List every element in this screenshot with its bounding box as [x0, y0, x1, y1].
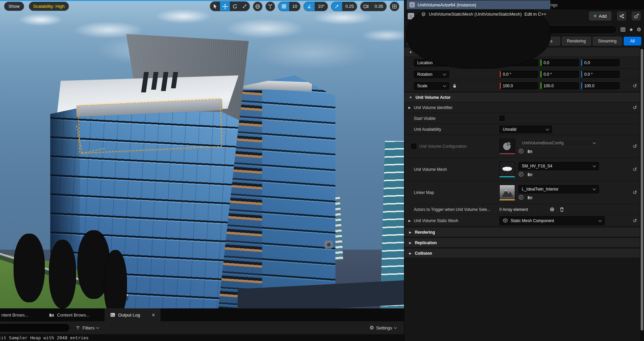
scrollbar-thumb[interactable] — [641, 49, 643, 330]
move-icon — [222, 4, 228, 9]
viewport-layout-button[interactable] — [390, 2, 399, 11]
add-array-element-button[interactable]: ⊕ — [550, 206, 554, 213]
browse-to-asset-icon[interactable] — [527, 172, 533, 177]
surface-snapping-button[interactable] — [265, 2, 275, 11]
filters-button[interactable]: Filters — [75, 325, 99, 330]
scale-snap-value[interactable]: 0.25 — [342, 2, 357, 11]
add-component-button[interactable]: + Add — [589, 12, 611, 20]
tree-row-static-mesh-component[interactable]: UnitVolumeStaticMesh (UnitVolumeStaticMe… — [407, 10, 550, 19]
rotation-snap-toggle[interactable] — [304, 2, 315, 11]
config-override-checkbox[interactable] — [411, 144, 416, 149]
triangle-right-icon[interactable]: ▶ — [408, 219, 411, 222]
folder-search-icon — [49, 312, 54, 318]
rotation-z-field[interactable]: 0.0 ° — [581, 71, 620, 78]
chip-all[interactable]: All — [624, 37, 641, 46]
scale-tool-button[interactable] — [240, 2, 250, 11]
3d-viewport[interactable]: Show Scalability: High — [0, 0, 404, 308]
lock-icon[interactable] — [452, 84, 457, 88]
select-tool-button[interactable] — [210, 2, 220, 11]
show-menu-button[interactable]: Show — [4, 2, 24, 11]
move-tool-button[interactable] — [220, 2, 230, 11]
display-options-button[interactable] — [620, 27, 626, 32]
favorites-button[interactable]: ★ — [629, 27, 633, 32]
tab-content-browser-1[interactable]: ntent Brows... — [0, 308, 35, 321]
rotate-tool-button[interactable] — [230, 2, 240, 11]
close-tab-icon[interactable]: ✕ — [151, 312, 155, 318]
mesh-asset-dropdown[interactable]: SM_HV_F16_S4 — [518, 162, 599, 170]
unlock-icon — [634, 14, 639, 19]
scale-z-field[interactable]: 100.0 — [581, 82, 620, 89]
chevron-down-icon — [546, 127, 549, 130]
row-start-visible: Start Visible — [404, 113, 640, 124]
rotation-dropdown[interactable]: Rotation — [414, 71, 449, 78]
reset-mesh-button[interactable]: ↺ — [630, 166, 640, 173]
location-z-field[interactable]: 0.0 — [581, 59, 620, 66]
output-log-text: cit Sampler Heap with 2048 entries — [0, 334, 404, 341]
tree-row-actor-instance[interactable]: ⌂ UnitVolumeActor64 (Instance) — [407, 0, 550, 10]
transform-tools-group — [210, 1, 250, 11]
log-search-input[interactable] — [0, 323, 70, 332]
section-unit-volume-actor[interactable]: ▼ Unit Volume Actor — [404, 93, 640, 102]
config-asset-dropdown[interactable]: UnitVolumeBaseConfig — [518, 139, 599, 147]
world-local-toggle-button[interactable] — [253, 2, 262, 11]
start-visible-checkbox[interactable] — [499, 116, 504, 121]
reset-linker-button[interactable]: ↺ — [630, 190, 640, 196]
trash-icon[interactable] — [559, 207, 565, 212]
static-mesh-component-dropdown[interactable]: Static Mesh Component — [499, 216, 605, 225]
grid-snap-value[interactable]: 10 — [289, 2, 300, 11]
mesh-asset-thumbnail[interactable] — [499, 162, 515, 177]
tree — [14, 234, 45, 302]
rotation-x-field[interactable]: 0.0 ° — [499, 71, 538, 78]
actor-house-icon: ⌂ — [409, 2, 415, 7]
rotation-snap-value[interactable]: 10° — [315, 2, 328, 11]
linker-map-thumbnail[interactable] — [499, 185, 515, 200]
component-layers-icon — [421, 12, 426, 17]
triangle-right-icon[interactable]: ▶ — [408, 106, 411, 109]
array-count-label: 0 Array element — [499, 207, 528, 212]
actor-sprite-icon[interactable] — [325, 240, 333, 249]
reset-config-button[interactable]: ↺ — [630, 143, 640, 149]
row-unit-volume-configuration: Unit Volume Configuration UnitVolumeBase… — [404, 135, 640, 158]
linker-map-dropdown[interactable]: L_IdealTwin_Interior — [518, 185, 599, 193]
scale-y-field[interactable]: 100.0 — [540, 82, 579, 89]
blueprint-hierarchy-button[interactable] — [617, 12, 626, 20]
settings-button[interactable]: ⚙ — [637, 26, 641, 33]
reset-scale-button[interactable]: ↺ — [630, 83, 640, 89]
edit-in-cpp-link[interactable]: Edit in C++ — [525, 12, 548, 17]
static-mesh-cube-icon — [503, 218, 508, 223]
browse-to-asset-icon[interactable] — [527, 148, 533, 154]
scale-x-field[interactable]: 100.0 — [499, 82, 538, 89]
unit-availability-dropdown[interactable]: Unvalid — [499, 126, 552, 133]
camera-speed-control[interactable]: 0.35 — [360, 2, 386, 11]
section-collision[interactable]: ▶ Collision — [404, 249, 640, 258]
lock-details-button[interactable] — [632, 12, 641, 20]
section-rendering[interactable]: ▶ Rendering — [404, 228, 640, 237]
use-selected-asset-icon[interactable] — [518, 148, 524, 154]
row-unit-volume-mesh: Unit Volume Mesh SM_HV_F16_S4 — [404, 158, 640, 181]
tab-output-log[interactable]: Output Log ✕ — [105, 308, 161, 321]
terminal-icon — [110, 312, 115, 318]
browse-to-asset-icon[interactable] — [527, 195, 533, 200]
reset-static-mesh-button[interactable]: ↺ — [630, 218, 640, 224]
section-replication[interactable]: ▶ Replication — [404, 238, 640, 248]
rotate-icon — [232, 4, 238, 9]
chip-rendering[interactable]: Rendering — [562, 37, 591, 46]
component-tree: ⌂ UnitVolumeActor64 (Instance) UnitVolum… — [406, 0, 551, 69]
scale-dropdown[interactable]: Scale — [414, 82, 449, 90]
reset-identifier-button[interactable]: ↺ — [630, 105, 640, 111]
cursor-icon — [213, 4, 218, 9]
use-selected-asset-icon[interactable] — [518, 195, 524, 200]
use-selected-asset-icon[interactable] — [518, 172, 524, 177]
scalability-badge[interactable]: Scalability: High — [29, 2, 69, 11]
camera-icon-wrap — [361, 2, 371, 11]
scale-snap-toggle[interactable] — [331, 2, 342, 11]
rotation-y-field[interactable]: 0.0 ° — [540, 71, 579, 78]
log-settings-button[interactable]: ⚙ Settings — [370, 325, 397, 331]
config-asset-thumbnail[interactable] — [499, 139, 515, 154]
tab-content-browser-2[interactable]: Content Brows... — [45, 308, 94, 321]
location-y-field[interactable]: 0.0 — [540, 59, 579, 66]
chip-streaming[interactable]: Streaming — [593, 37, 622, 46]
grid-snap-toggle[interactable] — [278, 2, 289, 11]
bottom-tab-bar: ntent Brows... Content Brows... Output L… — [0, 308, 404, 321]
chevron-down-icon — [443, 72, 446, 75]
